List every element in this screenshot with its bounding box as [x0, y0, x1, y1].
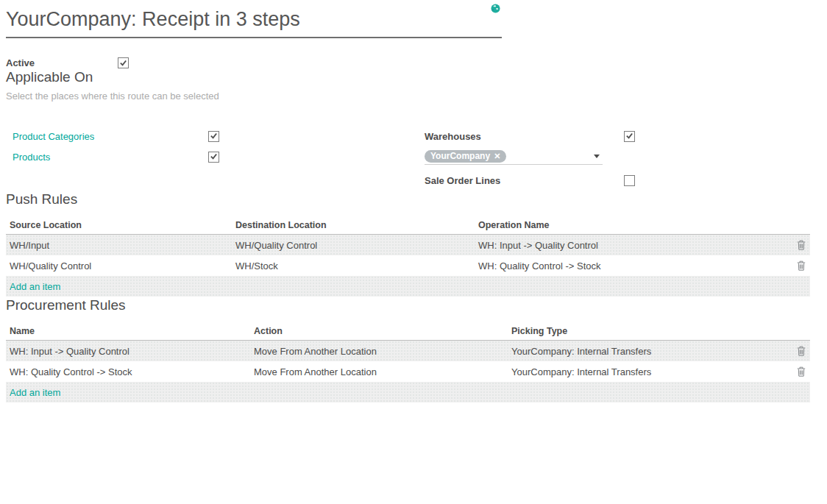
push-rules-heading: Push Rules: [6, 191, 821, 207]
route-name-field: YourCompany: Receipt in 3 steps: [6, 6, 502, 38]
translate-globe-icon[interactable]: [491, 3, 500, 13]
sale-order-lines-checkbox[interactable]: [624, 175, 635, 186]
col-header-action: Action: [250, 326, 508, 336]
cell-source-location[interactable]: WH/Input: [6, 240, 232, 251]
route-name-input[interactable]: YourCompany: Receipt in 3 steps: [6, 7, 502, 32]
procurement-rules-table: Name Action Picking Type WH: Input -> Qu…: [6, 322, 810, 402]
route-form: YourCompany: Receipt in 3 steps Active A…: [0, 0, 827, 402]
cell-picking-type[interactable]: YourCompany: Internal Transfers: [508, 346, 788, 357]
procurement-rule-row: WH: Quality Control -> Stock Move From A…: [6, 361, 810, 382]
cell-destination-location[interactable]: WH/Stock: [232, 260, 475, 271]
push-rule-row: WH/Input WH/Quality Control WH: Input ->…: [6, 235, 810, 255]
procurement-rules-header-row: Name Action Picking Type: [6, 322, 810, 341]
cell-action[interactable]: Move From Another Location: [250, 346, 508, 357]
chevron-down-icon[interactable]: [594, 155, 600, 158]
push-rules-table: Source Location Destination Location Ope…: [6, 216, 810, 297]
cell-name[interactable]: WH: Quality Control -> Stock: [6, 366, 250, 377]
products-checkbox[interactable]: [208, 152, 219, 163]
push-rules-add-row: Add an item: [6, 276, 810, 297]
procurement-rule-row: WH: Input -> Quality Control Move From A…: [6, 341, 810, 361]
push-rules-add-an-item-link[interactable]: Add an item: [6, 281, 60, 292]
push-rule-row: WH/Quality Control WH/Stock WH: Quality …: [6, 255, 810, 276]
procurement-rules-heading: Procurement Rules: [6, 297, 821, 313]
warehouses-row: Warehouses: [412, 126, 821, 146]
warehouses-checkbox[interactable]: [624, 131, 635, 142]
col-header-picking-type: Picking Type: [508, 326, 788, 336]
checkmark-icon: [210, 132, 218, 140]
cell-operation-name[interactable]: WH: Input -> Quality Control: [475, 240, 788, 251]
active-checkbox[interactable]: [118, 57, 129, 68]
col-header-name: Name: [6, 326, 250, 336]
push-rules-header-row: Source Location Destination Location Ope…: [6, 216, 810, 235]
delete-row-trash-icon[interactable]: [797, 366, 806, 377]
checkmark-icon: [210, 152, 218, 160]
applicable-on-heading: Applicable On: [6, 68, 821, 85]
applicable-on-group: Product Categories Products Warehouses: [6, 126, 821, 191]
applicable-on-left-column: Product Categories Products: [6, 126, 412, 191]
delete-row-trash-icon[interactable]: [797, 240, 806, 250]
products-link[interactable]: Products: [6, 152, 208, 163]
cell-name[interactable]: WH: Input -> Quality Control: [6, 346, 250, 357]
applicable-on-help: Select the places where this route can b…: [6, 90, 821, 102]
cell-picking-type[interactable]: YourCompany: Internal Transfers: [508, 366, 788, 377]
product-categories-row: Product Categories: [6, 126, 412, 146]
warehouses-label: Warehouses: [412, 131, 624, 142]
applicable-on-right-column: Warehouses YourCompany ✕ Sale Order Line…: [412, 126, 821, 191]
procurement-rules-add-row: Add an item: [6, 382, 810, 402]
product-categories-link[interactable]: Product Categories: [6, 131, 208, 142]
cell-source-location[interactable]: WH/Quality Control: [6, 260, 232, 271]
col-header-source-location: Source Location: [6, 220, 232, 230]
checkmark-icon: [119, 59, 127, 67]
warehouses-tags-input[interactable]: YourCompany ✕: [425, 149, 603, 165]
checkmark-icon: [625, 132, 633, 140]
warehouse-tag-label: YourCompany: [430, 150, 490, 163]
delete-row-trash-icon[interactable]: [797, 346, 806, 356]
remove-tag-icon[interactable]: ✕: [494, 150, 500, 163]
cell-destination-location[interactable]: WH/Quality Control: [232, 240, 475, 251]
active-field-row: Active: [6, 57, 821, 68]
sale-order-lines-label: Sale Order Lines: [412, 175, 624, 186]
cell-operation-name[interactable]: WH: Quality Control -> Stock: [475, 260, 788, 271]
product-categories-checkbox[interactable]: [208, 131, 219, 142]
active-label: Active: [6, 57, 118, 68]
col-header-operation-name: Operation Name: [475, 220, 788, 230]
delete-row-trash-icon[interactable]: [797, 260, 806, 271]
col-header-destination-location: Destination Location: [232, 220, 475, 230]
procurement-rules-add-an-item-link[interactable]: Add an item: [6, 387, 60, 398]
sale-order-lines-row: Sale Order Lines: [412, 170, 821, 191]
warehouse-tag: YourCompany ✕: [425, 150, 506, 163]
products-row: Products: [6, 146, 412, 167]
cell-action[interactable]: Move From Another Location: [250, 366, 508, 377]
